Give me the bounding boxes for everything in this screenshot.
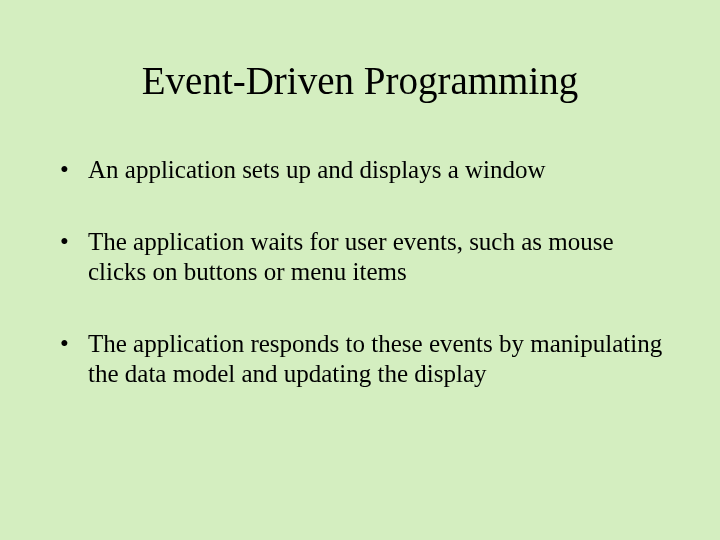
bullet-item: The application responds to these events…: [60, 329, 665, 389]
bullet-item: The application waits for user events, s…: [60, 227, 665, 287]
bullet-list: An application sets up and displays a wi…: [55, 155, 665, 389]
slide-container: Event-Driven Programming An application …: [0, 0, 720, 540]
slide-title: Event-Driven Programming: [55, 58, 665, 103]
bullet-item: An application sets up and displays a wi…: [60, 155, 665, 185]
